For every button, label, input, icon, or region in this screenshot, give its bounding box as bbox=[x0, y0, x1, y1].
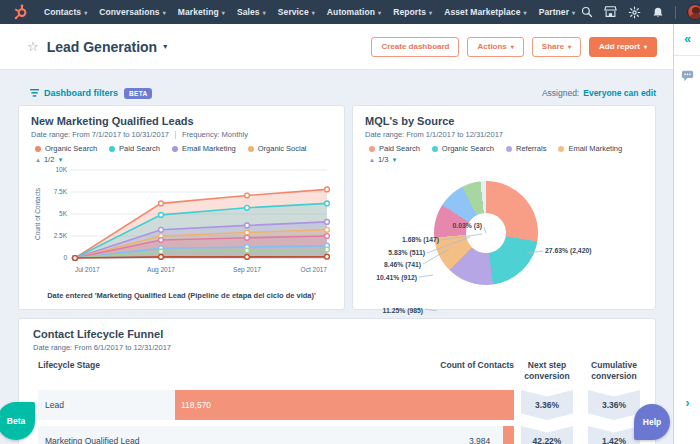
donut-card-meta: Date range: From 1/1/2017 to 12/31/2017 bbox=[365, 130, 643, 139]
legend-page-down-icon[interactable]: ▼ bbox=[57, 157, 63, 163]
funnel-next-step-badge: 42.22% bbox=[521, 426, 573, 444]
donut-slice-label: 10.41% (912) bbox=[376, 274, 417, 281]
caret-down-icon: ▾ bbox=[572, 9, 575, 16]
svg-text:Jul 2017: Jul 2017 bbox=[75, 266, 100, 273]
legend-item-paid-search[interactable]: Paid Search bbox=[369, 144, 420, 153]
legend-dot-icon bbox=[35, 146, 41, 152]
legend-label: Email Marketing bbox=[182, 144, 236, 153]
column-header-next-step-conversion: Next step conversion bbox=[519, 360, 575, 381]
add-report-label: Add report bbox=[599, 42, 640, 51]
legend-item-referrals[interactable]: Referrals bbox=[506, 144, 546, 153]
funnel-row-marketing-qualified-lead[interactable]: Marketing Qualified Lead3,98442.22%1.42% bbox=[33, 426, 641, 444]
caret-down-icon: ▾ bbox=[163, 9, 166, 16]
help-bubble-button[interactable]: Help bbox=[634, 404, 670, 440]
trend-legend-pager: ▲ 1/2 ▼ bbox=[35, 155, 332, 164]
hubspot-logo-icon[interactable] bbox=[12, 4, 28, 20]
actions-button[interactable]: Actions ▾ bbox=[467, 37, 523, 57]
caret-down-icon: ▾ bbox=[84, 9, 87, 16]
funnel-bar bbox=[175, 390, 514, 420]
share-label: Share bbox=[542, 42, 564, 51]
favorite-star-icon[interactable]: ☆ bbox=[27, 39, 39, 54]
dashboard-filters-link[interactable]: Dashboard filters bbox=[30, 88, 118, 98]
donut-slice-label: 1.68% (147) bbox=[402, 236, 439, 243]
nav-item-partner[interactable]: Partner▾ bbox=[533, 7, 582, 17]
collapse-rail-icon[interactable]: « bbox=[674, 32, 700, 46]
svg-text:2.5K: 2.5K bbox=[54, 232, 68, 239]
nav-item-automation[interactable]: Automation▾ bbox=[321, 7, 387, 17]
funnel-row-lead[interactable]: Lead118,5703.36%3.36% bbox=[33, 390, 641, 420]
legend-dot-icon bbox=[109, 146, 115, 152]
donut-slice-label: 27.63% (2,420) bbox=[545, 247, 591, 254]
mql-source-donut-chart[interactable]: 27.63% (2,420)20.24% (1,773)14.46% (1,26… bbox=[353, 161, 655, 309]
funnel-stage-label: Marketing Qualified Lead bbox=[45, 426, 140, 444]
add-report-button[interactable]: Add report ▾ bbox=[589, 37, 657, 57]
marketplace-icon[interactable] bbox=[604, 6, 617, 18]
funnel-next-step-badge: 3.36% bbox=[521, 390, 573, 420]
legend-item-organic-search[interactable]: Organic Search bbox=[432, 144, 494, 153]
right-rail: « › bbox=[673, 24, 700, 444]
assigned-value-link[interactable]: Everyone can edit bbox=[583, 88, 656, 98]
share-button[interactable]: Share ▾ bbox=[532, 37, 581, 57]
primary-nav-items: Contacts▾Conversations▾Marketing▾Sales▾S… bbox=[38, 7, 581, 17]
svg-text:5K: 5K bbox=[59, 210, 68, 217]
nav-item-marketing[interactable]: Marketing▾ bbox=[172, 7, 231, 17]
caret-down-icon: ▾ bbox=[511, 43, 514, 50]
trend-date-range: Date range: From 7/1/2017 to 10/31/2017 bbox=[31, 130, 169, 139]
legend-label: Referrals bbox=[516, 144, 546, 153]
legend-dot-icon bbox=[558, 146, 564, 152]
donut-date-range: Date range: From 1/1/2017 to 12/31/2017 bbox=[365, 130, 503, 139]
column-header-lifecycle-stage: Lifecycle Stage bbox=[38, 360, 100, 371]
funnel-count-value: 118,570 bbox=[181, 390, 211, 420]
donut-legend: Paid SearchOrganic SearchReferralsEmail … bbox=[369, 144, 643, 153]
nav-item-sales[interactable]: Sales▾ bbox=[231, 7, 272, 17]
legend-item-organic-search[interactable]: Organic Search bbox=[35, 144, 97, 153]
user-avatar[interactable] bbox=[687, 4, 700, 20]
donut-slice-label: 0.03% (3) bbox=[453, 222, 482, 229]
search-icon[interactable] bbox=[581, 6, 593, 18]
card-mql-by-source: MQL's by Source Date range: From 1/1/201… bbox=[352, 105, 656, 310]
settings-icon[interactable] bbox=[628, 6, 641, 19]
dashboard-switcher-caret-icon[interactable]: ▾ bbox=[163, 42, 167, 51]
legend-item-email-marketing[interactable]: Email Marketing bbox=[558, 144, 622, 153]
notifications-icon[interactable] bbox=[652, 6, 664, 19]
mql-trend-chart[interactable]: 02.5K5K7.5K10KCount of ContactsJul 2017A… bbox=[31, 164, 334, 286]
funnel-cumulative-badge: 1.42% bbox=[588, 426, 640, 444]
donut-slice-label: 8.46% (741) bbox=[384, 261, 421, 268]
caret-down-icon: ▾ bbox=[644, 43, 647, 50]
legend-item-organic-social[interactable]: Organic Social bbox=[248, 144, 307, 153]
funnel-bar bbox=[503, 426, 514, 444]
caret-down-icon: ▾ bbox=[524, 9, 527, 16]
legend-item-email-marketing[interactable]: Email Marketing bbox=[172, 144, 236, 153]
legend-dot-icon bbox=[369, 146, 375, 152]
legend-label: Organic Social bbox=[258, 144, 307, 153]
trend-card-meta: Date range: From 7/1/2017 to 10/31/2017 … bbox=[31, 130, 332, 139]
legend-label: Paid Search bbox=[119, 144, 160, 153]
caret-down-icon: ▾ bbox=[312, 9, 315, 16]
create-dashboard-label: Create dashboard bbox=[381, 42, 449, 51]
nav-item-conversations[interactable]: Conversations▾ bbox=[93, 7, 171, 17]
nav-item-reports[interactable]: Reports▾ bbox=[387, 7, 438, 17]
nav-item-contacts[interactable]: Contacts▾ bbox=[38, 7, 93, 17]
rail-chevron-right-icon[interactable]: › bbox=[674, 396, 700, 410]
legend-dot-icon bbox=[248, 146, 254, 152]
card-new-mql-trend: New Marketing Qualified Leads Date range… bbox=[18, 105, 345, 310]
nav-item-asset-marketplace[interactable]: Asset Marketplace▾ bbox=[438, 7, 532, 17]
svg-text:Sep 2017: Sep 2017 bbox=[233, 266, 261, 274]
caret-down-icon: ▾ bbox=[222, 9, 225, 16]
create-dashboard-button[interactable]: Create dashboard bbox=[371, 37, 459, 57]
funnel-date-range: Date range: From 6/1/2017 to 12/31/2017 bbox=[33, 343, 171, 352]
hubspot-dashboard-screen: Contacts▾Conversations▾Marketing▾Sales▾S… bbox=[0, 0, 700, 444]
trend-card-title: New Marketing Qualified Leads bbox=[31, 115, 332, 127]
dashboard-filters-label: Dashboard filters bbox=[44, 88, 118, 98]
trend-frequency: Frequency: Monthly bbox=[182, 130, 248, 139]
header-actions: Create dashboard Actions ▾ Share ▾ Add r… bbox=[371, 37, 657, 57]
legend-dot-icon bbox=[172, 146, 178, 152]
svg-text:7.5K: 7.5K bbox=[54, 188, 68, 195]
nav-item-service[interactable]: Service▾ bbox=[272, 7, 321, 17]
funnel-card-title: Contact Lifecycle Funnel bbox=[33, 328, 641, 340]
legend-page-up-icon[interactable]: ▲ bbox=[35, 157, 41, 163]
card-contact-lifecycle-funnel: Contact Lifecycle Funnel Date range: Fro… bbox=[18, 318, 656, 444]
legend-item-paid-search[interactable]: Paid Search bbox=[109, 144, 160, 153]
funnel-card-meta: Date range: From 6/1/2017 to 12/31/2017 bbox=[33, 343, 641, 352]
comments-icon[interactable] bbox=[681, 68, 694, 86]
